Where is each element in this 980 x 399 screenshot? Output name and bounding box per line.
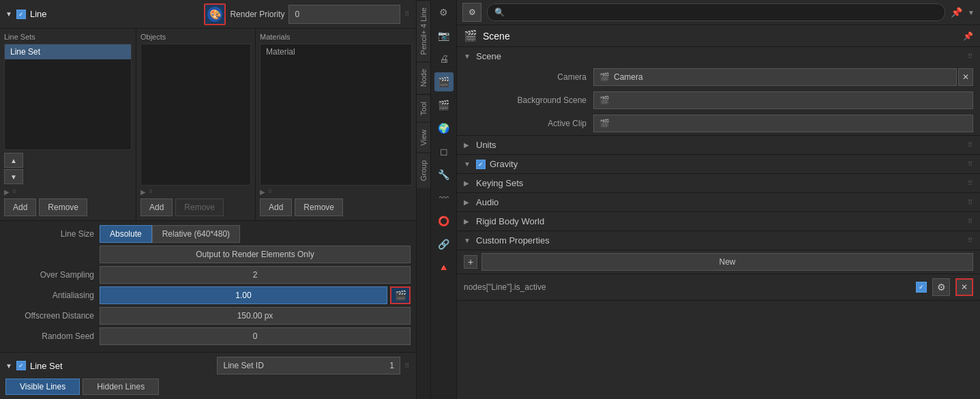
custom-props-add-button[interactable]: +: [464, 255, 477, 269]
render-icon-button[interactable]: 🎨: [204, 3, 226, 25]
sidebar-icon-physics[interactable]: ⭕: [434, 211, 454, 231]
objects-dots: ⠿: [149, 189, 153, 195]
line-set-chevron: ▼: [5, 362, 12, 370]
line-enabled-checkbox[interactable]: ✓: [16, 10, 26, 19]
vtab-view[interactable]: View: [417, 122, 430, 153]
camera-label: Camera: [464, 72, 586, 82]
vtab-node[interactable]: Node: [417, 61, 430, 93]
vertical-tabs: Pencil+ 4 Line Node Tool View Group: [416, 0, 431, 399]
custom-props-new-button[interactable]: New: [481, 253, 973, 271]
over-sampling-label: Over Sampling: [5, 270, 94, 280]
sidebar-icon-constraints[interactable]: 🔗: [434, 235, 454, 254]
objects-remove-button[interactable]: Remove: [175, 198, 224, 216]
custom-props-dots: ⠿: [968, 237, 973, 244]
absolute-button[interactable]: Absolute: [100, 225, 152, 243]
search-icon: 🔍: [494, 8, 505, 17]
camera-field[interactable]: 🎬 Camera: [593, 68, 957, 86]
header-dots: ⠿: [404, 10, 411, 18]
objects-label: Objects: [140, 33, 251, 41]
active-clip-row: Active Clip 🎬: [457, 112, 980, 135]
materials-add-button[interactable]: Add: [260, 198, 292, 216]
sidebar-icon-properties[interactable]: ⚙: [434, 3, 454, 22]
line-set-checkbox[interactable]: ✓: [16, 361, 26, 370]
antialiasing-value[interactable]: 1.00: [100, 286, 387, 304]
sidebar-icon-scene[interactable]: 🎬: [434, 95, 454, 115]
header-dropdown-arrow[interactable]: ▼: [968, 9, 975, 16]
vtab-tool[interactable]: Tool: [417, 94, 430, 122]
vtab-group[interactable]: Group: [417, 153, 430, 188]
vtab-pencil[interactable]: Pencil+ 4 Line: [417, 0, 430, 61]
sidebar-icon-world[interactable]: 🌍: [434, 119, 454, 138]
linesets-list: Line Set: [4, 44, 132, 150]
linesets-remove-button[interactable]: Remove: [39, 198, 87, 216]
antialiasing-number: 1.00: [235, 291, 251, 300]
background-scene-label: Background Scene: [464, 95, 586, 105]
nodes-text: nodes["Line"].is_active: [464, 282, 546, 292]
linesets-label: Line Sets: [4, 33, 132, 41]
keying-sets-header[interactable]: ▶ Keying Sets ⠿: [457, 174, 980, 192]
units-header[interactable]: ▶ Units ⠿: [457, 136, 980, 154]
hidden-lines-tab[interactable]: Hidden Lines: [83, 379, 159, 395]
materials-remove-button[interactable]: Remove: [295, 198, 343, 216]
visible-lines-tab[interactable]: Visible Lines: [5, 379, 80, 395]
sidebar-icon-render[interactable]: 📷: [434, 26, 454, 45]
right-header: ⚙ 🔍 📌 ▼: [457, 0, 980, 25]
lineset-chevron: ▶: [4, 188, 10, 196]
sidebar-icon-view[interactable]: 🎬: [434, 72, 454, 91]
audio-expand-icon: ▶: [464, 198, 472, 206]
custom-props-section: ▼ Custom Properties ⠿ + New nodes["Line"…: [457, 231, 980, 301]
random-seed-value[interactable]: 0: [100, 327, 411, 345]
properties-list: ▼ Scene ⠿ Camera 🎬 Camera ✕ Background S…: [457, 47, 980, 399]
sidebar-icon-particles[interactable]: 〰: [434, 188, 454, 207]
nodes-checkbox[interactable]: ✓: [916, 282, 927, 293]
scene-subsection-header[interactable]: ▼ Scene ⠿: [457, 47, 980, 65]
lineset-dots: ⠿: [12, 189, 17, 195]
sidebar-icon-object[interactable]: ◻: [434, 142, 454, 161]
rigid-body-section: ▶ Rigid Body World ⠿: [457, 212, 980, 231]
nodes-x-button[interactable]: ✕: [955, 278, 973, 296]
gravity-header[interactable]: ▼ ✓ Gravity ⠿: [457, 155, 980, 173]
header-icon-btn[interactable]: ⚙: [462, 3, 481, 22]
rigid-body-header[interactable]: ▶ Rigid Body World ⠿: [457, 212, 980, 231]
relative-button[interactable]: Relative (640*480): [152, 225, 240, 243]
gravity-checkbox[interactable]: ✓: [476, 160, 486, 169]
audio-header[interactable]: ▶ Audio ⠿: [457, 193, 980, 211]
line-set-id-field[interactable]: Line Set ID 1: [217, 357, 400, 374]
camera-icon: 🎬: [599, 72, 610, 82]
nodes-field: nodes["Line"].is_active: [464, 282, 910, 292]
materials-label: Materials: [260, 33, 412, 41]
objects-add-button[interactable]: Add: [140, 198, 173, 216]
gravity-section: ▼ ✓ Gravity ⠿: [457, 155, 980, 174]
lineset-item[interactable]: Line Set: [5, 44, 131, 59]
objects-chevron: ▶: [140, 188, 146, 196]
over-sampling-value[interactable]: 2: [100, 266, 411, 284]
move-down-button[interactable]: ▼: [4, 169, 23, 184]
over-sampling-number: 2: [253, 270, 258, 280]
render-priority-field[interactable]: 0: [288, 5, 400, 24]
scene-subsection: ▼ Scene ⠿ Camera 🎬 Camera ✕ Background S…: [457, 47, 980, 136]
gravity-dots: ⠿: [968, 160, 973, 168]
gravity-expand-icon: ▼: [464, 160, 472, 168]
pin-icon[interactable]: 📌: [951, 7, 962, 18]
output-checkbox-field[interactable]: Output to Render Elements Only: [100, 246, 411, 263]
sidebar-icon-output[interactable]: 🖨: [434, 49, 454, 68]
line-set-id-value: 1: [389, 361, 394, 370]
offscreen-distance-value[interactable]: 150.00 px: [100, 307, 411, 325]
collapse-chevron[interactable]: ▼: [5, 10, 12, 18]
camera-clear-button[interactable]: ✕: [958, 68, 973, 86]
materials-column: Materials Material ▶ ⠿ Add Remove: [256, 29, 416, 220]
linesets-add-button[interactable]: Add: [4, 198, 36, 216]
camera-row: Camera 🎬 Camera ✕: [457, 65, 980, 89]
sidebar-icon-data[interactable]: 🔺: [434, 258, 454, 277]
materials-list: Material: [260, 44, 412, 186]
render-priority-label: Render Priority: [230, 10, 284, 19]
scene-title: Scene: [483, 31, 957, 42]
sidebar-icon-modifier[interactable]: 🔧: [434, 165, 454, 184]
background-scene-field[interactable]: 🎬: [593, 91, 973, 109]
background-scene-row: Background Scene 🎬: [457, 89, 980, 112]
nodes-gear-button[interactable]: ⚙: [932, 278, 950, 296]
active-clip-field[interactable]: 🎬: [593, 115, 973, 132]
antialiasing-camera-button[interactable]: 🎬: [390, 286, 411, 304]
move-up-button[interactable]: ▲: [4, 153, 23, 168]
search-bar[interactable]: 🔍: [487, 3, 945, 21]
